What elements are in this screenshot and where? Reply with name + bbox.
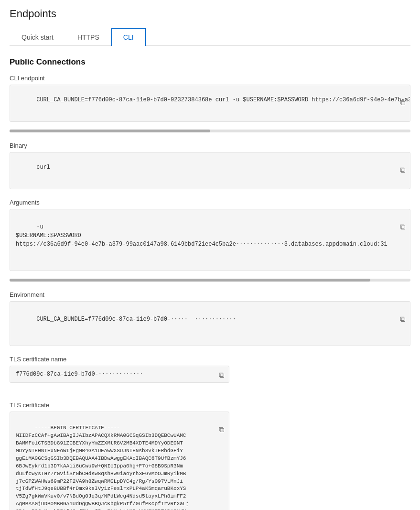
page-container: Endpoints Quick start HTTPS CLI Public C… (0, 0, 420, 510)
arguments-section: Arguments -u $USERNAME:$PASSWORD https:/… (10, 199, 410, 282)
cli-endpoint-label: CLI endpoint (10, 75, 410, 82)
arguments-scrollbar-track (10, 279, 410, 282)
binary-copy-button[interactable]: ⧉ (382, 156, 406, 184)
arguments-copy-button[interactable]: ⧉ (382, 213, 406, 241)
tls-cert-name-section: TLS certificate name f776d09c-87ca-11e9-… (10, 356, 239, 392)
section-title: Public Connections (10, 57, 410, 67)
tab-https[interactable]: HTTPS (65, 28, 111, 46)
arguments-scrollbar-thumb (10, 279, 370, 282)
binary-text: curl (36, 164, 50, 171)
binary-section: Binary curl ⧉ (10, 142, 410, 189)
tls-cert-name-copy-button[interactable]: ⧉ (218, 370, 225, 380)
binary-value: curl ⧉ (10, 152, 410, 189)
cli-endpoint-scrollbar-track (10, 130, 410, 132)
arguments-label: Arguments (10, 199, 410, 206)
page-title: Endpoints (10, 8, 410, 20)
cli-endpoint-value: CURL_CA_BUNDLE=f776d09c-87ca-11e9-b7d0-9… (10, 85, 410, 122)
copy-icon: ⧉ (219, 371, 224, 379)
environment-section: Environment CURL_CA_BUNDLE=f776d09c-87ca… (10, 291, 410, 346)
copy-icon: ⧉ (400, 315, 405, 323)
cli-endpoint-scrollbar-thumb (10, 130, 210, 132)
environment-text: CURL_CA_BUNDLE=f776d09c-87ca-11e9-b7d0-·… (36, 316, 236, 323)
environment-label: Environment (10, 291, 410, 298)
tab-cli[interactable]: CLI (111, 28, 146, 46)
environment-copy-button[interactable]: ⧉ (382, 305, 406, 333)
environment-value: CURL_CA_BUNDLE=f776d09c-87ca-11e9-b7d0-·… (10, 301, 410, 346)
arguments-text: -u $USERNAME:$PASSWORD https://c36a6d9f-… (16, 224, 388, 248)
tls-certificate-section: TLS certificate -----BEGIN CERTIFICATE--… (10, 401, 239, 510)
tls-cert-name-label: TLS certificate name (10, 356, 239, 363)
tls-cert-name-text: f776d09c-87ca-11e9-b7d0-············· (16, 371, 143, 378)
arguments-value: -u $USERNAME:$PASSWORD https://c36a6d9f-… (10, 209, 410, 271)
copy-icon: ⧉ (400, 223, 405, 231)
tls-certificate-label: TLS certificate (10, 401, 239, 409)
tabs-bar: Quick start HTTPS CLI (10, 28, 410, 46)
cli-endpoint-copy-button[interactable]: ⧉ (382, 89, 406, 117)
copy-icon: ⧉ (400, 98, 405, 107)
binary-label: Binary (10, 142, 410, 149)
tls-certificate-text: -----BEGIN CERTIFICATE----- MIIDFzCCAf+g… (16, 425, 189, 510)
cli-endpoint-section: CLI endpoint CURL_CA_BUNDLE=f776d09c-87c… (10, 75, 410, 132)
copy-icon: ⧉ (400, 166, 405, 174)
cli-endpoint-text: CURL_CA_BUNDLE=f776d09c-87ca-11e9-b7d0-9… (36, 97, 410, 103)
tls-certificate-copy-button[interactable]: ⧉ (201, 416, 225, 444)
tls-certificate-value: -----BEGIN CERTIFICATE----- MIIDFzCCAf+g… (10, 412, 229, 510)
copy-icon: ⧉ (219, 425, 224, 434)
tab-quick-start[interactable]: Quick start (10, 28, 65, 46)
tls-cert-name-value: f776d09c-87ca-11e9-b7d0-············· ⧉ (10, 366, 229, 383)
